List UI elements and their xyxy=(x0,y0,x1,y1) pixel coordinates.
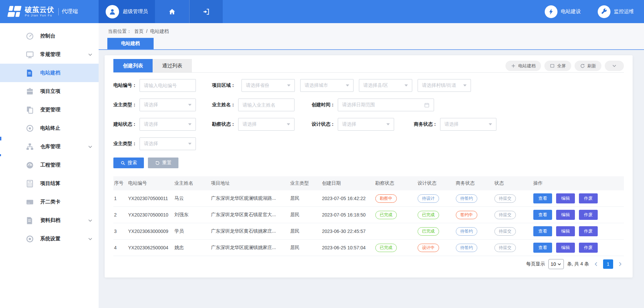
view-button[interactable]: 查看 xyxy=(533,226,552,236)
filter-design-status: 设计状态： 请选择 xyxy=(312,118,394,131)
void-button[interactable]: 作废 xyxy=(579,243,598,253)
edit-button[interactable]: 编辑 xyxy=(556,210,575,220)
table-header: 序号电站编号业主姓名项目地址业主类型创建日期勘察状态设计状态商务状态状态操作 xyxy=(113,176,624,190)
design-status-select[interactable]: 请选择 xyxy=(338,118,394,131)
pagination: 每页显示 10 条, 共 4 条 1 xyxy=(113,259,624,269)
sidebar-item-file[interactable]: 资料归档 xyxy=(0,211,99,230)
owner-type-select[interactable]: 请选择 xyxy=(140,99,196,111)
content-card: 创建列表 通过列表 电站建档 全屏 刷新 xyxy=(105,55,633,278)
void-button[interactable]: 作废 xyxy=(579,210,598,220)
edit-button[interactable]: 编辑 xyxy=(556,243,575,253)
caret-icon xyxy=(405,84,408,86)
view-button[interactable]: 查看 xyxy=(533,243,552,253)
caret-icon xyxy=(287,123,290,125)
edit-button[interactable]: 编辑 xyxy=(556,226,575,236)
sidebar-scrollbar[interactable] xyxy=(0,154,1,156)
void-button[interactable]: 作废 xyxy=(579,226,598,236)
column-header: 商务状态 xyxy=(455,180,494,186)
tab-passed-list[interactable]: 通过列表 xyxy=(153,59,192,72)
tab-create-list[interactable]: 创建列表 xyxy=(113,59,153,72)
owner-type: 居民 xyxy=(289,228,321,234)
page-number-button[interactable]: 1 xyxy=(603,259,613,269)
per-page-label: 每页显示 xyxy=(526,261,545,267)
owner-type-select-2[interactable]: 请选择 xyxy=(140,137,196,150)
nav-station-build[interactable]: 电站建设 xyxy=(545,5,581,18)
briefcase-icon xyxy=(25,87,34,96)
per-page-select[interactable]: 10 xyxy=(548,259,564,269)
filter-owner-type-2: 业主类型： 请选择 xyxy=(113,137,196,150)
column-header: 设计状态 xyxy=(417,180,455,186)
status-pill: 设计中 xyxy=(418,244,439,252)
fullscreen-button[interactable]: 全屏 xyxy=(544,61,571,71)
status-pill: 待提交 xyxy=(494,244,516,252)
next-page-button[interactable] xyxy=(616,259,624,269)
column-header: 创建日期 xyxy=(321,180,375,186)
survey-status-select[interactable]: 请选择 xyxy=(238,118,294,131)
column-header: 状态 xyxy=(494,180,533,186)
search-button[interactable]: 搜索 xyxy=(113,158,144,168)
owner-name: 马云 xyxy=(174,195,210,201)
county-select[interactable]: 请选择县/区 xyxy=(359,79,412,92)
view-button[interactable]: 查看 xyxy=(533,210,552,220)
breadcrumb-home[interactable]: 首页 xyxy=(134,28,144,34)
owner-name-input[interactable] xyxy=(243,102,290,108)
sidebar-item-document[interactable]: 电站建档 xyxy=(0,64,99,82)
status-pill: 已完成 xyxy=(418,211,439,219)
sidebar-item-card[interactable]: 开二类卡 xyxy=(0,193,99,211)
town-select[interactable]: 请选择村镇/街道 xyxy=(418,79,471,92)
status-pill: 已完成 xyxy=(418,227,439,236)
file-icon xyxy=(25,216,34,225)
owner-type: 居民 xyxy=(289,195,321,201)
province-select[interactable]: 请选择省份 xyxy=(241,79,295,92)
refresh-button[interactable]: 刷新 xyxy=(575,61,601,71)
sidebar-item-gauge[interactable]: 工程管理 xyxy=(0,156,99,174)
card-toolbar: 电站建档 全屏 刷新 xyxy=(505,61,624,71)
row-index: 4 xyxy=(113,245,127,250)
caret-icon xyxy=(188,104,192,106)
design-status-cell: 设计中 xyxy=(417,244,455,252)
sidebar-item-sitemap[interactable]: 仓库管理 xyxy=(0,137,99,156)
sidebar-item-briefcase[interactable]: 项目立项 xyxy=(0,82,99,101)
filter-actions: 搜索 重置 xyxy=(113,158,624,168)
created-date: 2023-06-30 22:45:57 xyxy=(321,229,375,234)
logo: 破茧云伏 Po Jian Yun Fu 代理端 xyxy=(0,0,99,23)
main-content: 当前位置： 首页 / 电站建档 电站建档 创建列表 通过列表 电站建档 全屏 xyxy=(99,23,644,308)
home-button[interactable] xyxy=(155,0,189,23)
filter-form: 电站编号： 项目区域： 请选择省份 请选择城市 请选择县/区 xyxy=(113,73,624,150)
row-index: 3 xyxy=(113,229,127,234)
logo-icon xyxy=(6,5,21,19)
user-menu[interactable]: 超级管理员 xyxy=(99,0,155,23)
build-status-select[interactable]: 请选择 xyxy=(140,118,196,131)
sidebar-item-monitor[interactable]: 常规管理 xyxy=(0,45,99,64)
sidebar-item-calculator[interactable]: 项目结算 xyxy=(0,174,99,193)
status-cell: 待提交 xyxy=(494,227,533,236)
city-select[interactable]: 请选择城市 xyxy=(300,79,354,92)
sidebar-item-copy[interactable]: 变更管理 xyxy=(0,101,99,119)
view-button[interactable]: 查看 xyxy=(533,193,552,203)
calculator-icon xyxy=(25,179,34,188)
station-code: YX2023070500011 xyxy=(127,196,174,201)
station-code-input[interactable] xyxy=(144,83,192,88)
caret-icon xyxy=(287,84,290,86)
breadcrumb-current: 电站建档 xyxy=(150,28,169,34)
reset-button[interactable]: 重置 xyxy=(148,158,178,168)
void-button[interactable]: 作废 xyxy=(579,193,598,203)
sidebar-item-target[interactable]: 电站终止 xyxy=(0,119,99,137)
date-range-picker[interactable]: 请选择日期范围 xyxy=(338,99,434,111)
logout-button[interactable] xyxy=(189,0,223,23)
nav-monitor-ops[interactable]: 监控运维 xyxy=(598,5,634,18)
table-body: 1 YX2023070500011 马云 广东深圳龙华区观澜镇观湖路... 居民… xyxy=(113,190,624,256)
row-actions: 查看编辑作废 xyxy=(533,243,624,253)
sidebar-item-bullseye[interactable]: 系统设置 xyxy=(0,230,99,248)
logo-title: 破茧云伏 xyxy=(25,6,54,13)
page-tab-station-archive[interactable]: 电站建档 xyxy=(107,38,154,49)
column-header: 业主类型 xyxy=(289,180,321,186)
edit-button[interactable]: 编辑 xyxy=(556,193,575,203)
prev-page-button[interactable] xyxy=(592,259,600,269)
business-status-select[interactable]: 请选择 xyxy=(440,118,496,131)
sidebar-item-dashboard[interactable]: 控制台 xyxy=(0,27,99,45)
column-header: 序号 xyxy=(113,180,127,186)
sidebar-scrollbar[interactable] xyxy=(0,137,1,140)
collapse-toolbar-button[interactable] xyxy=(605,61,624,71)
add-station-button[interactable]: 电站建档 xyxy=(505,61,541,71)
